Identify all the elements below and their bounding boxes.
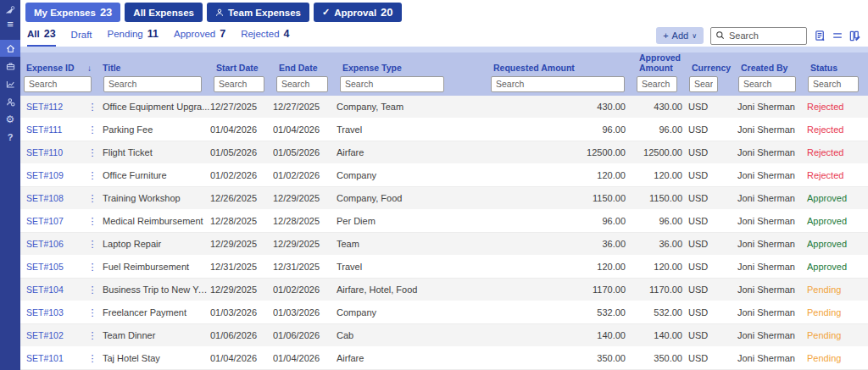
sidebar-item-approvals[interactable] [0, 93, 20, 110]
hamburger-icon[interactable]: ≡ [7, 19, 14, 30]
table-row[interactable]: SET#101 ⋮ Taj Hotel Stay 01/04/2026 01/0… [20, 347, 868, 370]
table-row[interactable]: SET#111 ⋮ Parking Fee 01/04/2026 01/04/2… [20, 119, 868, 141]
kebab-menu-icon[interactable]: ⋮ [85, 239, 100, 250]
kebab-menu-icon[interactable]: ⋮ [85, 262, 100, 273]
row-density-icon[interactable] [832, 30, 843, 41]
table-row[interactable]: SET#105 ⋮ Fuel Reimbursement 12/31/2025 … [20, 256, 868, 279]
table-row[interactable]: SET#103 ⋮ Freelancer Payment 01/03/2026 … [20, 301, 868, 324]
requested-amount-search-input[interactable] [491, 76, 625, 92]
tab-my-expenses[interactable]: My Expenses 23 [25, 3, 120, 22]
filter-label: Rejected [241, 29, 279, 39]
expense-id-link[interactable]: SET#108 [20, 193, 85, 203]
table-row[interactable]: SET#106 ⋮ Laptop Repair 12/29/2025 12/29… [20, 233, 868, 256]
document-export-icon[interactable] [814, 30, 826, 42]
expense-type-cell: Travel [337, 124, 487, 135]
expense-type-cell: Company, Team [337, 102, 487, 112]
table-row[interactable]: SET#112 ⋮ Office Equipment Upgra... 12/2… [20, 96, 868, 119]
expense-id-link[interactable]: SET#111 [20, 124, 85, 135]
expense-id-search-input[interactable] [24, 76, 92, 92]
kebab-menu-icon[interactable]: ⋮ [85, 216, 100, 227]
column-header-status[interactable]: Status [804, 63, 868, 76]
table-row[interactable]: SET#110 ⋮ Flight Ticket 01/05/2026 01/05… [20, 141, 868, 164]
tab-approval[interactable]: ✓ Approval 20 [314, 3, 402, 22]
expense-id-link[interactable]: SET#105 [20, 262, 85, 272]
column-header-approved-amount[interactable]: Approved Amount [633, 52, 686, 76]
currency-cell: USD [686, 170, 735, 180]
expense-id-link[interactable]: SET#103 [20, 307, 85, 318]
expense-id-link[interactable]: SET#112 [20, 102, 85, 112]
end-date-search-input[interactable] [276, 76, 328, 92]
filter-tab-approved[interactable]: Approved 7 [174, 28, 225, 47]
table-row[interactable]: SET#108 ⋮ Training Workshop 12/26/2025 1… [20, 187, 868, 210]
sidebar-item-home[interactable] [0, 40, 20, 57]
column-header-title[interactable]: Title [100, 63, 210, 76]
filter-tab-pending[interactable]: Pending 11 [108, 28, 159, 47]
start-date-search-input[interactable] [214, 76, 264, 92]
column-header-currency[interactable]: Currency [686, 63, 735, 76]
sort-descending-icon[interactable]: ↓ [87, 64, 100, 74]
kebab-menu-icon[interactable]: ⋮ [85, 353, 100, 364]
currency-cell: USD [686, 262, 735, 272]
help-icon: ? [8, 132, 14, 142]
expense-id-link[interactable]: SET#106 [20, 239, 85, 249]
sidebar-item-settings[interactable]: ⚙ [0, 111, 20, 128]
filter-tab-all[interactable]: All 23 [27, 28, 56, 47]
expense-id-link[interactable]: SET#107 [20, 216, 85, 226]
expense-type-cell: Company, Food [337, 193, 487, 203]
tab-label: Approval [334, 8, 376, 18]
sidebar-item-expenses[interactable] [0, 58, 20, 75]
kebab-menu-icon[interactable]: ⋮ [85, 147, 100, 158]
expense-id-link[interactable]: SET#109 [20, 170, 85, 180]
edit-columns-icon[interactable] [849, 30, 861, 42]
column-header-expense-type[interactable]: Expense Type [337, 63, 487, 76]
kebab-menu-icon[interactable]: ⋮ [85, 170, 100, 181]
filter-tab-rejected[interactable]: Rejected 4 [241, 28, 289, 47]
currency-cell: USD [686, 147, 735, 157]
title-cell: Taj Hotel Stay [100, 353, 210, 363]
kebab-menu-icon[interactable]: ⋮ [85, 124, 100, 135]
approved-amount-cell: 120.00 [633, 170, 686, 180]
column-header-expense-id[interactable]: Expense ID ↓ [20, 63, 100, 76]
title-search-input[interactable] [103, 76, 202, 92]
column-header-created-by[interactable]: Created By [735, 63, 804, 76]
currency-search-input[interactable] [689, 76, 718, 92]
approved-amount-search-input[interactable] [637, 76, 677, 92]
kebab-menu-icon[interactable]: ⋮ [85, 102, 100, 113]
search-input[interactable] [729, 30, 802, 41]
sidebar-item-reports[interactable] [0, 75, 20, 92]
expense-type-search-input[interactable] [340, 76, 444, 92]
tab-all-expenses[interactable]: All Expenses [125, 3, 203, 22]
expense-id-link[interactable]: SET#101 [20, 353, 85, 363]
kebab-menu-icon[interactable]: ⋮ [85, 330, 100, 341]
table-row[interactable]: SET#102 ⋮ Team Dinner 01/06/2026 01/06/2… [20, 324, 868, 347]
expense-id-link[interactable]: SET#110 [20, 147, 85, 157]
kebab-menu-icon[interactable]: ⋮ [85, 193, 100, 204]
expense-type-cell: Airfare, Hotel, Food [337, 284, 487, 295]
expense-id-link[interactable]: SET#102 [20, 330, 85, 340]
approved-amount-cell: 430.00 [633, 102, 686, 112]
table-row[interactable]: SET#109 ⋮ Office Furniture 01/02/2026 01… [20, 164, 868, 187]
kebab-menu-icon[interactable]: ⋮ [85, 307, 100, 318]
sidebar-item-help[interactable]: ? [0, 129, 20, 146]
column-header-end-date[interactable]: End Date [273, 63, 337, 76]
created-by-search-input[interactable] [738, 76, 796, 92]
status-search-input[interactable] [808, 76, 859, 92]
table-row[interactable]: SET#107 ⋮ Medical Reimbursement 12/28/20… [20, 210, 868, 233]
column-header-start-date[interactable]: Start Date [210, 63, 273, 76]
title-cell: Medical Reimbursement [100, 216, 210, 226]
kebab-menu-icon[interactable]: ⋮ [85, 284, 100, 295]
filter-tab-draft[interactable]: Draft [71, 30, 92, 47]
tab-team-expenses[interactable]: Team Expenses [207, 3, 309, 22]
title-cell: Laptop Repair [100, 239, 210, 249]
expense-id-link[interactable]: SET#104 [20, 284, 85, 295]
column-header-requested-amount[interactable]: Requested Amount [487, 63, 633, 76]
currency-cell: USD [686, 216, 735, 226]
created-by-cell: Joni Sherman [735, 239, 804, 249]
approved-amount-cell: 12500.00 [633, 147, 686, 157]
start-date-cell: 01/04/2026 [210, 353, 273, 363]
table-row[interactable]: SET#104 ⋮ Business Trip to New York 12/2… [20, 279, 868, 301]
approved-amount-cell: 532.00 [633, 307, 686, 318]
sidebar: ≡ [0, 0, 20, 370]
add-button[interactable]: + Add ∨ [656, 27, 704, 44]
title-cell: Fuel Reimbursement [100, 262, 210, 272]
